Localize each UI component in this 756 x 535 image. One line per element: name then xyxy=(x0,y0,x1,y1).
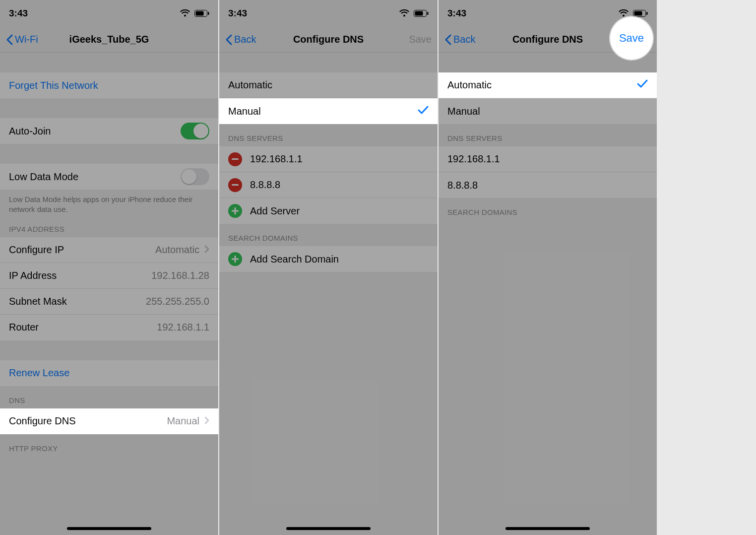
server-value: 192.168.1.1 xyxy=(250,153,303,165)
search-domains-header: SEARCH DOMAINS xyxy=(439,198,657,220)
dns-servers-header: DNS SERVERS xyxy=(439,124,657,146)
auto-join-row[interactable]: Auto-Join xyxy=(0,118,218,144)
dns-server-row: 8.8.8.8 xyxy=(439,172,657,198)
dns-mode-automatic[interactable]: Automatic xyxy=(219,72,438,98)
manual-label: Manual xyxy=(228,106,418,117)
back-button[interactable]: Back xyxy=(225,34,256,45)
configure-ip-value: Automatic xyxy=(155,244,199,256)
manual-label: Manual xyxy=(447,106,648,117)
router-value: 192.168.1.1 xyxy=(157,322,209,333)
automatic-label: Automatic xyxy=(228,79,429,91)
svg-rect-2 xyxy=(208,12,209,15)
wifi-icon xyxy=(180,9,190,17)
auto-join-toggle[interactable] xyxy=(181,123,209,139)
home-indicator[interactable] xyxy=(67,527,151,530)
chevron-left-icon xyxy=(444,34,451,45)
back-label: Wi-Fi xyxy=(15,34,38,45)
dns-mode-manual[interactable]: Manual xyxy=(439,98,657,124)
http-proxy-header: HTTP PROXY xyxy=(0,434,218,457)
svg-rect-1 xyxy=(196,11,204,16)
chevron-right-icon xyxy=(204,244,209,256)
configure-dns-label: Configure DNS xyxy=(9,415,167,427)
svg-rect-6 xyxy=(232,158,239,160)
home-indicator[interactable] xyxy=(286,527,371,530)
svg-rect-9 xyxy=(634,11,642,16)
battery-icon xyxy=(194,10,209,17)
check-icon xyxy=(637,79,648,91)
home-indicator[interactable] xyxy=(505,527,590,530)
subnet-value: 255.255.255.0 xyxy=(146,296,209,307)
ip-row: IP Address 192.168.1.28 xyxy=(0,263,218,289)
subnet-row: Subnet Mask 255.255.255.0 xyxy=(0,289,218,315)
dns-server-row[interactable]: 8.8.8.8 xyxy=(219,172,438,198)
chevron-left-icon xyxy=(6,34,13,45)
dns-mode-automatic[interactable]: Automatic xyxy=(439,72,657,98)
panel-wifi-detail: 3:43 Wi-Fi iGeeks_Tube_5G Forget This Ne… xyxy=(0,0,218,535)
svg-rect-7 xyxy=(232,184,239,186)
back-button[interactable]: Back xyxy=(444,34,475,45)
status-bar: 3:43 xyxy=(0,0,218,27)
ip-value: 192.168.1.28 xyxy=(151,270,209,281)
status-time: 3:43 xyxy=(447,8,466,19)
renew-label: Renew Lease xyxy=(9,367,69,379)
router-label: Router xyxy=(9,322,157,333)
search-domains-header: SEARCH DOMAINS xyxy=(219,224,438,246)
add-search-domain-row[interactable]: Add Search Domain xyxy=(219,246,438,272)
dns-mode-manual[interactable]: Manual xyxy=(219,98,438,124)
battery-icon xyxy=(633,10,648,17)
panel-configure-dns-automatic: 3:43 Back Configure DNS Save Save xyxy=(439,0,657,535)
automatic-label: Automatic xyxy=(447,79,637,91)
server-value: 192.168.1.1 xyxy=(447,153,500,165)
low-data-note: Low Data Mode helps apps on your iPhone … xyxy=(0,190,218,215)
configure-dns-value: Manual xyxy=(167,415,199,427)
nav-bar: Wi-Fi iGeeks_Tube_5G xyxy=(0,27,218,53)
low-data-label: Low Data Mode xyxy=(9,171,181,183)
forget-network[interactable]: Forget This Network xyxy=(0,72,218,98)
back-button[interactable]: Wi-Fi xyxy=(6,34,38,45)
chevron-right-icon xyxy=(204,415,209,427)
configure-ip-label: Configure IP xyxy=(9,244,155,256)
chevron-left-icon xyxy=(225,34,232,45)
add-server-row[interactable]: Add Server xyxy=(219,198,438,224)
dns-header: DNS xyxy=(0,386,218,408)
dns-server-row: 192.168.1.1 xyxy=(439,146,657,172)
low-data-row[interactable]: Low Data Mode xyxy=(0,164,218,190)
battery-icon xyxy=(414,10,429,17)
subnet-label: Subnet Mask xyxy=(9,296,146,307)
auto-join-label: Auto-Join xyxy=(9,126,181,137)
server-value: 8.8.8.8 xyxy=(250,179,280,191)
save-button[interactable]: Save xyxy=(409,34,432,45)
dns-server-row[interactable]: 192.168.1.1 xyxy=(219,146,438,172)
svg-rect-4 xyxy=(415,11,423,16)
status-bar: 3:43 xyxy=(219,0,438,27)
add-server-label: Add Server xyxy=(250,205,300,217)
ipv4-header: IPV4 ADDRESS xyxy=(0,215,218,237)
svg-rect-10 xyxy=(646,12,648,15)
add-icon[interactable] xyxy=(228,204,242,218)
status-time: 3:43 xyxy=(9,8,28,19)
back-label: Back xyxy=(234,34,256,45)
save-label: Save xyxy=(619,32,644,45)
back-label: Back xyxy=(453,34,475,45)
svg-rect-5 xyxy=(427,12,429,15)
configure-ip-row[interactable]: Configure IP Automatic xyxy=(0,237,218,263)
check-icon xyxy=(418,106,429,117)
low-data-toggle[interactable] xyxy=(181,168,209,185)
remove-icon[interactable] xyxy=(228,152,242,166)
wifi-icon xyxy=(399,9,410,17)
router-row: Router 192.168.1.1 xyxy=(0,315,218,340)
panel-configure-dns-manual: 3:43 Back Configure DNS Save xyxy=(219,0,438,535)
nav-bar: Back Configure DNS Save xyxy=(219,27,438,53)
renew-lease[interactable]: Renew Lease xyxy=(0,360,218,386)
configure-dns-row[interactable]: Configure DNS Manual xyxy=(0,408,218,434)
server-value: 8.8.8.8 xyxy=(447,180,478,191)
remove-icon[interactable] xyxy=(228,178,242,192)
add-domain-label: Add Search Domain xyxy=(250,254,339,265)
save-label: Save xyxy=(409,34,432,45)
add-icon[interactable] xyxy=(228,252,242,266)
status-time: 3:43 xyxy=(228,8,247,19)
wifi-icon xyxy=(618,9,629,17)
ip-label: IP Address xyxy=(9,270,151,281)
dns-servers-header: DNS SERVERS xyxy=(219,124,438,146)
save-highlight[interactable]: Save xyxy=(610,17,653,60)
